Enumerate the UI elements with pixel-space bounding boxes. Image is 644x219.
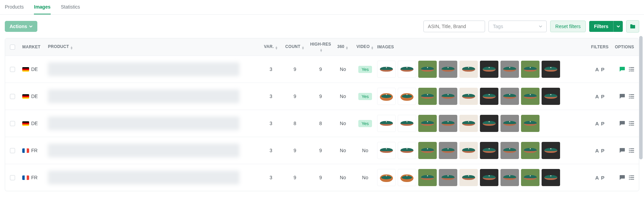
filter-p[interactable]: P <box>601 121 604 126</box>
product-name-blurred[interactable] <box>48 117 239 130</box>
header-product[interactable]: PRODUCT▲▼ <box>48 44 261 50</box>
thumbnails <box>377 115 590 132</box>
reset-filters-button[interactable]: Reset filters <box>550 21 586 32</box>
thumbnail[interactable] <box>521 115 540 132</box>
comment-icon[interactable] <box>619 121 625 126</box>
thumbnail[interactable] <box>459 88 478 105</box>
thumbnail[interactable] <box>439 142 457 159</box>
folder-button[interactable] <box>626 20 639 33</box>
filter-a[interactable]: A <box>595 66 599 72</box>
thumbnail[interactable] <box>500 115 519 132</box>
thumbnail[interactable] <box>542 142 560 159</box>
tab-statistics[interactable]: Statistics <box>61 4 80 14</box>
actions-button[interactable]: Actions <box>5 21 37 32</box>
row-checkbox[interactable] <box>10 94 15 99</box>
flag-icon <box>22 121 29 126</box>
header-360[interactable]: 360▲▼ <box>333 44 353 50</box>
comment-icon[interactable] <box>619 148 625 153</box>
header-hires[interactable]: HIGH-RES▲▼ <box>309 42 333 52</box>
row-checkbox[interactable] <box>10 67 15 72</box>
thumbnail[interactable] <box>542 88 560 105</box>
thumbnail[interactable] <box>480 169 498 186</box>
thumbnail[interactable] <box>500 61 519 78</box>
product-name-blurred[interactable] <box>48 89 239 103</box>
search-input[interactable] <box>423 21 485 32</box>
thumbnail[interactable] <box>377 142 396 159</box>
thumbnail[interactable] <box>480 61 498 78</box>
count-value: 9 <box>281 148 309 153</box>
product-name-blurred[interactable] <box>48 171 239 184</box>
filter-a[interactable]: A <box>595 148 599 154</box>
thumbnail[interactable] <box>398 115 416 132</box>
thumbnail[interactable] <box>459 115 478 132</box>
thumbnail[interactable] <box>480 142 498 159</box>
thumbnail[interactable] <box>542 61 560 78</box>
thumbnail[interactable] <box>459 169 478 186</box>
row-checkbox[interactable] <box>10 121 15 126</box>
thumbnail[interactable] <box>398 142 416 159</box>
scrollbar[interactable] <box>639 36 643 159</box>
tags-select[interactable]: Tags <box>488 21 547 32</box>
table-header: MARKET PRODUCT▲▼ VAR.▲▼ COUNT▲▼ HIGH-RES… <box>5 38 639 56</box>
filter-p[interactable]: P <box>601 94 604 99</box>
thumbnail[interactable] <box>377 88 396 105</box>
filter-a[interactable]: A <box>595 121 599 126</box>
filter-a[interactable]: A <box>595 94 599 99</box>
thumbnail[interactable] <box>418 115 437 132</box>
filters-button[interactable]: Filters <box>589 21 613 32</box>
thumbnail[interactable] <box>418 61 437 78</box>
thumbnail[interactable] <box>398 169 416 186</box>
list-icon[interactable] <box>629 67 634 72</box>
filter-a[interactable]: A <box>595 175 599 181</box>
product-name-blurred[interactable] <box>48 144 239 157</box>
thumbnail[interactable] <box>377 169 396 186</box>
thumbnail[interactable] <box>377 115 396 132</box>
thumbnail[interactable] <box>439 115 457 132</box>
select-all-checkbox[interactable] <box>10 45 15 50</box>
thumbnail[interactable] <box>377 61 396 78</box>
thumbnail[interactable] <box>459 61 478 78</box>
row-checkbox[interactable] <box>10 148 15 153</box>
thumbnail[interactable] <box>480 88 498 105</box>
header-count[interactable]: COUNT▲▼ <box>281 44 309 50</box>
filters-ap: A P <box>590 121 610 126</box>
360-value: No <box>333 148 353 153</box>
thumbnail[interactable] <box>459 142 478 159</box>
thumbnail[interactable] <box>439 169 457 186</box>
thumbnail[interactable] <box>521 61 540 78</box>
list-icon[interactable] <box>629 121 634 126</box>
product-name-blurred[interactable] <box>48 62 239 76</box>
list-icon[interactable] <box>629 148 634 153</box>
thumbnail[interactable] <box>480 115 498 132</box>
filter-p[interactable]: P <box>601 66 604 72</box>
tab-products[interactable]: Products <box>5 4 24 14</box>
var-value: 3 <box>261 175 281 180</box>
filters-dropdown-button[interactable] <box>613 21 623 32</box>
thumbnail[interactable] <box>418 169 437 186</box>
thumbnail[interactable] <box>439 88 457 105</box>
header-market[interactable]: MARKET <box>22 45 48 49</box>
tab-images[interactable]: Images <box>34 4 50 14</box>
list-icon[interactable] <box>629 175 634 180</box>
thumbnail[interactable] <box>398 88 416 105</box>
filter-p[interactable]: P <box>601 175 604 181</box>
row-checkbox[interactable] <box>10 175 15 180</box>
thumbnail[interactable] <box>521 142 540 159</box>
comment-icon[interactable] <box>619 66 625 72</box>
thumbnail[interactable] <box>521 88 540 105</box>
thumbnail[interactable] <box>398 61 416 78</box>
list-icon[interactable] <box>629 94 634 99</box>
comment-icon[interactable] <box>619 175 625 180</box>
header-video[interactable]: VIDEO▲▼ <box>353 44 377 50</box>
thumbnail[interactable] <box>500 169 519 186</box>
thumbnail[interactable] <box>439 61 457 78</box>
filter-p[interactable]: P <box>601 148 604 154</box>
header-var[interactable]: VAR.▲▼ <box>261 44 281 50</box>
comment-icon[interactable] <box>619 94 625 99</box>
thumbnail[interactable] <box>500 142 519 159</box>
thumbnail[interactable] <box>521 169 540 186</box>
thumbnail[interactable] <box>500 88 519 105</box>
thumbnail[interactable] <box>542 169 560 186</box>
thumbnail[interactable] <box>418 88 437 105</box>
thumbnail[interactable] <box>418 142 437 159</box>
